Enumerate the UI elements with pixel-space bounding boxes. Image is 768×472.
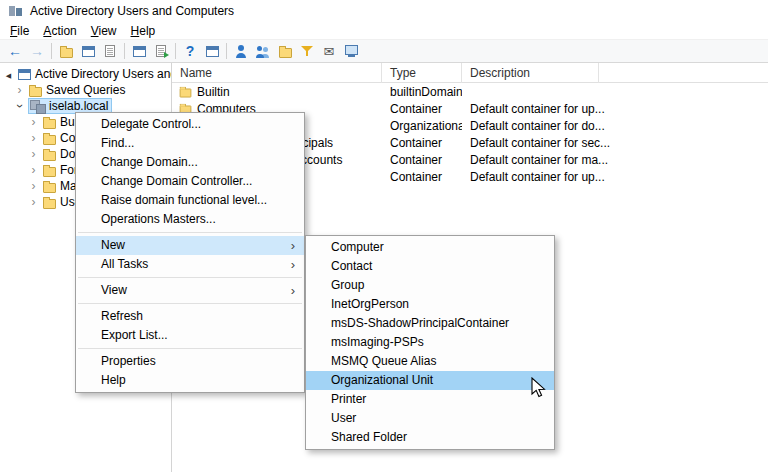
column-header-name[interactable]: Name: [172, 63, 382, 83]
toolbar-separator: [226, 43, 227, 59]
menu-item-label: Export List...: [101, 328, 168, 342]
column-header-blank: [599, 63, 768, 83]
tree-item-label: Active Directory Users and Com: [35, 67, 172, 81]
new-user-button[interactable]: [230, 41, 252, 61]
menu-item-label: MSMQ Queue Alias: [331, 354, 436, 368]
submenu-item-msimaging-psps[interactable]: msImaging-PSPs: [306, 333, 554, 352]
help-icon: [186, 43, 195, 59]
chevron-right-icon[interactable]: [28, 163, 39, 177]
row-type: Container: [382, 102, 462, 116]
menu-action[interactable]: Action: [36, 23, 83, 39]
row-type: Container: [382, 153, 462, 167]
submenu-item-msmq-queue-alias[interactable]: MSMQ Queue Alias: [306, 352, 554, 371]
filter-button[interactable]: [296, 41, 318, 61]
menu-item-label: View: [101, 283, 127, 297]
show-console-tree-button[interactable]: [77, 41, 99, 61]
submenu-item-inetorgperson[interactable]: InetOrgPerson: [306, 295, 554, 314]
help-button[interactable]: [179, 41, 201, 61]
properties-toolbar-button[interactable]: [99, 41, 121, 61]
new-group-button[interactable]: [252, 41, 274, 61]
menu-item-label: Computer: [331, 240, 384, 254]
chevron-right-icon[interactable]: [28, 115, 39, 129]
menu-item-help[interactable]: Help: [76, 371, 304, 390]
window-view-button[interactable]: [201, 41, 223, 61]
back-button[interactable]: [4, 41, 26, 61]
menu-item-change-domain-controller[interactable]: Change Domain Controller...: [76, 172, 304, 191]
menu-item-export-list[interactable]: Export List...: [76, 326, 304, 345]
row-type: Container: [382, 170, 462, 184]
folder-icon: [180, 89, 192, 98]
root-arrow-icon[interactable]: [3, 67, 14, 81]
row-description: Default container for sec...: [462, 136, 692, 150]
menu-item-label: msImaging-PSPs: [331, 335, 424, 349]
menu-item-raise-domain-functional-level[interactable]: Raise domain functional level...: [76, 191, 304, 210]
user-icon: [235, 45, 247, 58]
menu-item-view[interactable]: View: [76, 281, 304, 300]
export-list-icon: [156, 45, 166, 57]
submenu-item-organizational-unit[interactable]: Organizational Unit: [306, 371, 554, 390]
mail-button[interactable]: [318, 41, 340, 61]
menu-help[interactable]: Help: [124, 23, 163, 39]
menu-separator: [78, 348, 302, 349]
chevron-right-icon[interactable]: [28, 147, 39, 161]
menu-item-label: Find...: [101, 136, 134, 150]
submenu-item-user[interactable]: User: [306, 409, 554, 428]
submenu-item-computer[interactable]: Computer: [306, 238, 554, 257]
new-ou-button[interactable]: [274, 41, 296, 61]
menu-item-label: Delegate Control...: [101, 117, 201, 131]
row-type: Organizational...: [382, 119, 462, 133]
submenu-item-shared-folder[interactable]: Shared Folder: [306, 428, 554, 447]
tree-item-root[interactable]: Active Directory Users and Com: [0, 66, 171, 82]
menu-item-change-domain[interactable]: Change Domain...: [76, 153, 304, 172]
chevron-right-icon[interactable]: [28, 131, 39, 145]
document-icon: [105, 45, 115, 57]
mail-icon: [324, 44, 335, 59]
window-icon: [206, 46, 219, 57]
row-type: Container: [382, 136, 462, 150]
row-description: Default container for up...: [462, 102, 692, 116]
console-window-button[interactable]: [128, 41, 150, 61]
submenu-item-contact[interactable]: Contact: [306, 257, 554, 276]
list-row-builtin[interactable]: Builtin builtinDomain: [172, 83, 768, 100]
menu-item-all-tasks[interactable]: All Tasks: [76, 255, 304, 274]
folder-icon: [43, 167, 56, 177]
menu-item-label: Change Domain Controller...: [101, 174, 252, 188]
menu-separator: [78, 303, 302, 304]
menu-item-properties[interactable]: Properties: [76, 352, 304, 371]
titlebar: Active Directory Users and Computers: [0, 0, 768, 22]
menu-item-label: New: [101, 238, 125, 252]
menu-item-find[interactable]: Find...: [76, 134, 304, 153]
new-submenu: Computer Contact Group InetOrgPerson msD…: [305, 235, 555, 450]
menu-item-new[interactable]: New: [76, 236, 304, 255]
menu-item-label: Properties: [101, 354, 156, 368]
chevron-right-icon[interactable]: [28, 179, 39, 193]
menu-item-label: Organizational Unit: [331, 373, 433, 387]
row-description: Default container for do...: [462, 119, 692, 133]
menu-item-label: InetOrgPerson: [331, 297, 409, 311]
forward-button[interactable]: [26, 41, 48, 61]
folder-icon: [60, 48, 73, 58]
chevron-right-icon[interactable]: [14, 83, 25, 97]
list-header: Name Type Description: [172, 63, 768, 83]
tree-item-saved-queries[interactable]: Saved Queries: [0, 82, 171, 98]
menu-view[interactable]: View: [84, 23, 124, 39]
column-header-description[interactable]: Description: [462, 63, 599, 83]
export-list-button[interactable]: [150, 41, 172, 61]
computer-button[interactable]: [340, 41, 362, 61]
submenu-item-printer[interactable]: Printer: [306, 390, 554, 409]
mouse-cursor: [531, 377, 549, 401]
chevron-right-icon[interactable]: [28, 195, 39, 209]
submenu-arrow-icon: [291, 236, 295, 256]
submenu-item-msds-shadowprincipalcontainer[interactable]: msDS-ShadowPrincipalContainer: [306, 314, 554, 333]
up-one-level-button[interactable]: [55, 41, 77, 61]
submenu-item-group[interactable]: Group: [306, 276, 554, 295]
menu-item-operations-masters[interactable]: Operations Masters...: [76, 210, 304, 229]
menu-separator: [78, 232, 302, 233]
row-description: Default container for up...: [462, 170, 692, 184]
menu-item-refresh[interactable]: Refresh: [76, 307, 304, 326]
chevron-down-icon[interactable]: [14, 99, 25, 113]
menu-file[interactable]: File: [3, 23, 36, 39]
submenu-arrow-icon: [291, 281, 295, 301]
menu-item-delegate-control[interactable]: Delegate Control...: [76, 115, 304, 134]
column-header-type[interactable]: Type: [382, 63, 462, 83]
